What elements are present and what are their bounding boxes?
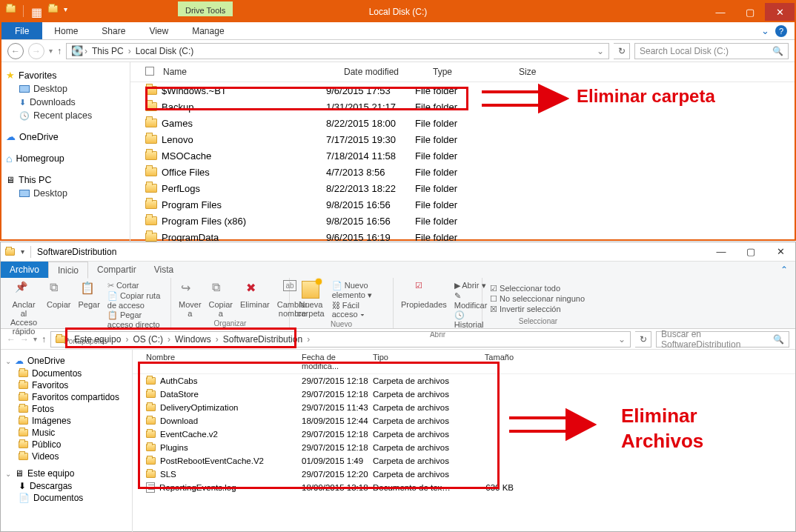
col-date[interactable]: Date modified (344, 67, 433, 77)
forward-button[interactable]: → (20, 334, 29, 345)
table-row[interactable]: Program Files (x86)9/8/2015 16:56File fo… (130, 213, 795, 229)
crumb-local-disk[interactable]: Local Disk (C:) (133, 46, 197, 56)
col-date[interactable]: Fecha de modifica... (302, 353, 373, 370)
col-name[interactable]: Name (163, 67, 344, 77)
table-row[interactable]: SLS29/07/2015 12:20Carpeta de archivos (133, 468, 795, 481)
nav-item[interactable]: Documentos (4, 368, 129, 379)
tab-manage[interactable]: Manage (180, 22, 236, 39)
pin-button[interactable]: Anclar al Acceso rápido (8, 281, 39, 336)
nav-item[interactable]: Favoritos (4, 379, 129, 391)
table-row[interactable]: Lenovo7/17/2015 19:30File folder (130, 131, 795, 147)
ribbon-collapse-icon[interactable]: ⌃ (780, 265, 788, 275)
selectall-button[interactable]: ☑ Seleccionar todo (490, 284, 586, 293)
up-button[interactable]: ↑ (57, 46, 62, 56)
tab-view[interactable]: Vista (145, 262, 182, 278)
recent-dropdown-icon[interactable]: ▾ (49, 47, 53, 55)
selectall-checkbox[interactable] (145, 67, 154, 76)
cut-button[interactable]: Cortar (107, 281, 163, 290)
qat-prop-icon[interactable]: ▦ (31, 5, 42, 19)
paste-button[interactable]: Pegar (78, 281, 99, 309)
column-headers[interactable]: Nombre Fecha de modifica... Tipo Tamaño (133, 350, 795, 374)
address-dropdown-icon[interactable]: ⌄ (618, 334, 626, 345)
address-bar[interactable]: 💽 › This PC › Local Disk (C:) ⌄ (66, 43, 609, 59)
nav-item[interactable]: Imágenes (4, 415, 129, 427)
refresh-button[interactable]: ↻ (614, 43, 630, 59)
nav-item[interactable]: Público (4, 439, 129, 450)
address-bar[interactable]: › Este equipo › OS (C:) › Windows › Soft… (50, 331, 631, 348)
minimize-button[interactable]: — (706, 3, 735, 21)
refresh-button[interactable]: ↻ (635, 331, 651, 348)
nav-recent[interactable]: Recent places (4, 109, 127, 122)
nav-this-pc[interactable]: This PC (4, 173, 127, 187)
table-row[interactable]: MSOCache7/18/2014 11:58File folder (130, 147, 795, 164)
maximize-button[interactable]: ▢ (736, 243, 766, 261)
invertsel-button[interactable]: ☒ Invertir selección (490, 305, 586, 314)
crumb-windows[interactable]: Windows (172, 334, 214, 345)
ribbon-expand-icon[interactable]: ⌄ (761, 25, 769, 36)
nav-item[interactable]: Favoritos compartidos (4, 391, 129, 403)
col-size[interactable]: Tamaño (469, 353, 514, 370)
crumb-os-c[interactable]: OS (C:) (130, 334, 166, 345)
recent-dropdown-icon[interactable]: ▾ (33, 335, 37, 343)
tab-home[interactable]: Inicio (48, 262, 88, 279)
table-row[interactable]: Office Files4/7/2013 8:56File folder (130, 164, 795, 180)
properties-button[interactable]: Propiedades (401, 281, 447, 309)
delete-button[interactable]: Eliminar (240, 281, 270, 309)
col-size[interactable]: Size (519, 67, 563, 77)
col-type[interactable]: Tipo (373, 353, 469, 370)
search-input[interactable]: Search Local Disk (C:) 🔍 (634, 43, 789, 59)
contextual-tab-drive-tools[interactable]: Drive Tools (178, 1, 233, 16)
up-button[interactable]: ↑ (42, 334, 46, 345)
newitem-button[interactable]: 📄 Nuevo elemento ▾ (332, 281, 385, 300)
close-button[interactable]: ✕ (765, 3, 795, 21)
qat-dropdown-icon[interactable]: ▾ (21, 247, 24, 256)
crumb-este-equipo[interactable]: Este equipo (71, 334, 124, 345)
copyto-button[interactable]: Copiar a (209, 281, 233, 318)
table-row[interactable]: AuthCabs29/07/2015 12:18Carpeta de archi… (133, 374, 795, 388)
nav-item[interactable]: Videos (4, 450, 129, 462)
col-name[interactable]: Nombre (146, 353, 302, 370)
copy-button[interactable]: Copiar (47, 281, 70, 309)
nav-item[interactable]: Music (4, 427, 129, 439)
nav-desktop[interactable]: Desktop (4, 82, 127, 96)
search-input[interactable]: Buscar en SoftwareDistribution 🔍 (656, 331, 789, 348)
nav-pc-desktop[interactable]: Desktop (4, 187, 127, 200)
column-headers[interactable]: Name Date modified Type Size (130, 62, 795, 82)
close-button[interactable]: ✕ (766, 243, 795, 261)
nav-item[interactable]: Fotos (4, 403, 129, 415)
table-row[interactable]: PerfLogs8/22/2013 18:22File folder (130, 180, 795, 196)
easyaccess-button[interactable]: ⛓ Fácil acceso ▾ (332, 301, 385, 319)
tab-home[interactable]: Home (42, 22, 90, 39)
tab-share[interactable]: Share (90, 22, 137, 39)
crumb-softwaredist[interactable]: SoftwareDistribution (220, 334, 305, 345)
table-row[interactable]: PostRebootEventCache.V201/09/2015 1:49Ca… (133, 454, 795, 468)
table-row[interactable]: ReportingEvents.log18/09/2015 13:18Docum… (133, 481, 795, 494)
maximize-button[interactable]: ▢ (735, 3, 765, 21)
tab-share[interactable]: Compartir (88, 262, 145, 278)
selectnone-button[interactable]: ☐ No seleccionar ninguno (490, 294, 586, 304)
nav-documentos[interactable]: 📄Documentos (4, 492, 129, 504)
back-button[interactable]: ← (7, 334, 16, 345)
col-type[interactable]: Type (433, 67, 519, 77)
nav-onedrive[interactable]: ⌄OneDrive (4, 354, 129, 368)
minimize-button[interactable]: — (706, 243, 736, 261)
nav-favorites[interactable]: ★Favorites (4, 68, 127, 82)
nav-homegroup[interactable]: Homegroup (4, 151, 127, 166)
tab-view[interactable]: View (137, 22, 180, 39)
tab-file[interactable]: File (1, 22, 42, 39)
table-row[interactable]: ProgramData9/6/2015 16:19File folder (130, 229, 795, 242)
newfolder-button[interactable]: Nueva carpeta (297, 281, 325, 318)
nav-este-equipo[interactable]: ⌄Este equipo (4, 467, 129, 480)
table-row[interactable]: Program Files9/8/2015 16:56File folder (130, 196, 795, 213)
qat-dropdown-icon[interactable]: ▾ (64, 5, 67, 19)
nav-onedrive[interactable]: OneDrive (4, 130, 127, 144)
help-icon[interactable]: ? (775, 25, 787, 37)
pasteshort-button[interactable]: 📋 Pegar acceso directo (107, 310, 163, 329)
move-button[interactable]: Mover a (179, 281, 202, 318)
copypath-button[interactable]: 📄 Copiar ruta de acceso (107, 291, 163, 310)
qat-new-icon[interactable] (48, 5, 58, 13)
forward-button[interactable]: → (28, 43, 44, 59)
back-button[interactable]: ← (7, 43, 24, 59)
table-row[interactable]: Games8/22/2015 18:00File folder (130, 115, 795, 131)
nav-descargas[interactable]: ⬇Descargas (4, 480, 129, 492)
